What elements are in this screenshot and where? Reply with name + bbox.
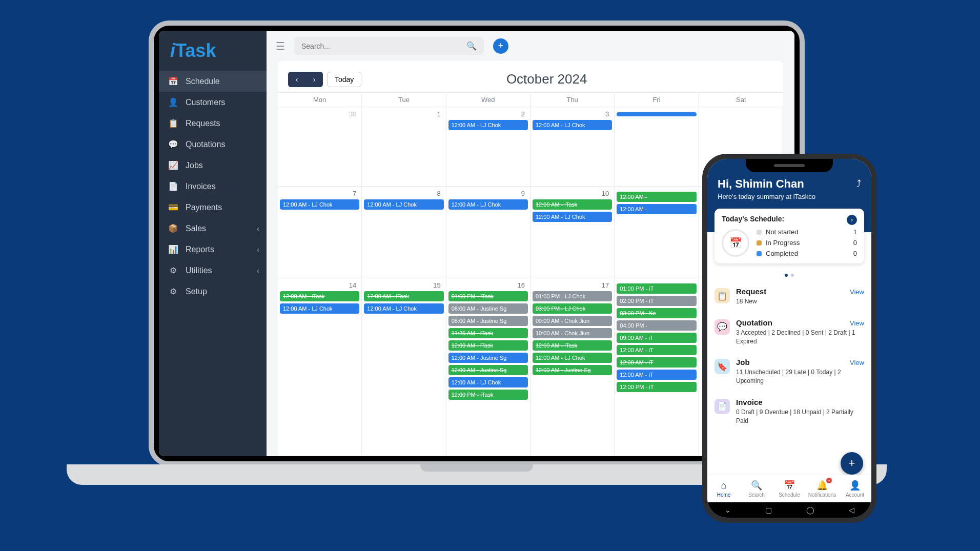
view-link[interactable]: View (850, 288, 864, 296)
nav-recent-icon[interactable]: ▢ (765, 506, 772, 514)
calendar-event[interactable]: 12:00 AM - LJ Chok (448, 199, 528, 210)
calendar-event[interactable]: 12:00 AM - LJ Chok (280, 199, 359, 210)
summary-item-quotation[interactable]: 💬Quotation3 Accepted | 2 Declined | 0 Se… (714, 312, 864, 352)
calendar-event[interactable]: 12:00 AM - iT (617, 370, 696, 380)
greeting-text: Hi, Shimin Chan (718, 177, 861, 191)
sidebar-item-invoices[interactable]: 📄Invoices (159, 176, 267, 197)
search-input[interactable] (301, 42, 466, 50)
calendar-cell[interactable]: 212:00 AM - LJ Chok (446, 107, 530, 187)
calendar-event[interactable]: 10:00 AM - Chok Jiun (533, 328, 612, 338)
legend-label: In Progress (766, 239, 800, 247)
tab-schedule[interactable]: 📅Schedule (773, 475, 806, 502)
calendar-cell[interactable]: 1412:00 AM - iTask12:00 AM - LJ Chok (278, 278, 362, 456)
calendar-event[interactable]: 09:00 AM - iT (617, 333, 696, 343)
calendar-cell[interactable]: 712:00 AM - LJ Chok (278, 187, 362, 278)
calendar-cell[interactable]: 1601:50 PM - iTask08:00 AM - Justine Sg0… (446, 278, 530, 456)
calendar-event[interactable]: 12:00 AM - iTask (280, 291, 359, 301)
hamburger-icon[interactable]: ☰ (276, 40, 285, 52)
calendar-event[interactable]: 01:50 PM - iTask (448, 291, 528, 301)
tab-account[interactable]: 👤Account (839, 475, 871, 502)
calendar-event[interactable]: 12:00 AM - Justine Sg (533, 365, 612, 375)
calendar-event[interactable]: 12:00 AM - iTask (364, 291, 443, 301)
calendar-cell[interactable]: 1512:00 AM - iTask12:00 AM - LJ Chok (362, 278, 446, 456)
calendar-event[interactable]: 12:00 AM - iTask (448, 340, 528, 351)
sidebar-item-reports[interactable]: 📊Reports‹ (159, 239, 267, 260)
tab-search[interactable]: 🔍Search (740, 475, 773, 502)
tab-home[interactable]: ⌂Home (707, 475, 740, 502)
view-link[interactable]: View (850, 319, 864, 327)
calendar-cell[interactable]: 01:00 PM - iT02:00 PM - iT03:00 PM - Ke0… (615, 278, 699, 456)
calendar-event[interactable]: 08:00 AM - Justine Sg (448, 316, 528, 326)
calendar-event[interactable]: 04:00 PM - (617, 320, 696, 331)
calendar-cell[interactable]: 812:00 AM - LJ Chok (362, 187, 446, 278)
view-link[interactable]: View (850, 359, 864, 366)
calendar-cell[interactable]: 1012:00 AM - iTask12:00 AM - LJ Chok (530, 187, 615, 278)
sidebar-item-schedule[interactable]: 📅Schedule (159, 71, 267, 92)
nav-icon: 📊 (168, 244, 178, 254)
summary-item-request[interactable]: 📋Request18 NewView (714, 281, 864, 312)
calendar-event[interactable]: 12:00 PM - iT (617, 382, 696, 392)
add-button[interactable]: + (493, 38, 508, 54)
calendar-event[interactable]: 12:00 AM - LJ Chok (448, 120, 528, 130)
schedule-open-icon[interactable]: › (847, 215, 857, 225)
calendar-cell[interactable]: 1701:00 PM - LJ Chok03:00 PM - LJ Chok09… (530, 278, 615, 456)
calendar-event[interactable]: 12:00 AM - LJ Chok (364, 303, 443, 314)
sidebar-item-jobs[interactable]: 📈Jobs (159, 155, 267, 176)
calendar-event[interactable]: 12:00 AM - (617, 204, 696, 214)
search-box[interactable]: 🔍 (294, 37, 484, 55)
nav-icon: 📈 (168, 160, 178, 170)
legend-count: 0 (853, 239, 857, 247)
nav-label: Schedule (186, 77, 220, 86)
calendar-event[interactable]: 12:00 AM - Justine Sg (448, 365, 528, 375)
calendar-cell[interactable]: 312:00 AM - LJ Chok (530, 107, 615, 187)
summary-item-invoice[interactable]: 📄Invoice0 Draft | 9 Overdue | 18 Unpaid … (714, 392, 864, 432)
summary-meta: 0 Draft | 9 Overdue | 18 Unpaid | 2 Part… (736, 408, 864, 425)
sidebar-item-customers[interactable]: 👤Customers (159, 92, 267, 113)
calendar-event[interactable]: 03:00 PM - LJ Chok (533, 303, 612, 314)
calendar-event[interactable]: 12:00 AM - LJ Chok (280, 303, 359, 314)
calendar-event[interactable]: 12:00 AM - LJ Chok (533, 212, 612, 222)
calendar-event[interactable]: 12:00 AM - iT (617, 345, 696, 355)
calendar-event[interactable]: 12:00 AM - iTask (533, 340, 612, 351)
calendar-event[interactable]: 12:00 AM - iTask (533, 199, 612, 210)
calendar-cell[interactable]: 1 (362, 107, 446, 187)
summary-item-job[interactable]: 🔖Job11 Unscheduled | 29 Late | 0 Today |… (714, 352, 864, 392)
calendar-event[interactable] (617, 112, 696, 116)
sidebar-item-quotations[interactable]: 💬Quotations (159, 134, 267, 155)
calendar-event[interactable]: 12:00 AM - Justine Sg (448, 353, 528, 363)
sidebar-item-requests[interactable]: 📋Requests (159, 113, 267, 134)
tab-label: Notifications (808, 492, 836, 498)
calendar-event[interactable]: 12:00 AM - LJ Chok (533, 353, 612, 363)
sidebar-item-sales[interactable]: 📦Sales‹ (159, 218, 267, 239)
calendar-event[interactable]: 12:00 AM - LJ Chok (364, 199, 443, 210)
sidebar-item-utilities[interactable]: ⚙Utilities‹ (159, 260, 267, 281)
calendar-event[interactable]: 08:00 AM - Justine Sg (448, 303, 528, 314)
calendar-cell[interactable]: 30 (278, 107, 362, 187)
calendar-event[interactable]: 11:25 AM - iTask (448, 328, 528, 338)
day-number: 16 (448, 280, 528, 289)
calendar-event[interactable]: 01:00 PM - LJ Chok (533, 291, 612, 301)
nav-label: Payments (186, 203, 222, 212)
fab-add-button[interactable]: + (841, 452, 863, 475)
nav-home-icon[interactable]: ◯ (806, 506, 814, 514)
nav-back-icon[interactable]: ◁ (849, 506, 854, 514)
prev-month-button[interactable]: ‹ (288, 72, 305, 87)
calendar-event[interactable]: 12:00 AM - (617, 192, 696, 202)
calendar-cell[interactable]: 912:00 AM - LJ Chok (446, 187, 530, 278)
calendar-event[interactable]: 02:00 PM - iT (617, 296, 696, 306)
calendar-event[interactable]: 12:00 AM - LJ Chok (533, 120, 612, 130)
calendar-event[interactable]: 12:00 AM - LJ Chok (448, 377, 528, 387)
calendar-event[interactable]: 01:00 PM - iT (617, 283, 696, 294)
calendar-event[interactable]: 12:00 AM - iT (617, 357, 696, 368)
calendar-cell[interactable] (615, 107, 699, 187)
calendar-cell[interactable]: 12:00 AM -12:00 AM - (615, 187, 699, 278)
nav-down-icon[interactable]: ⌄ (725, 506, 731, 514)
calendar-event[interactable]: 12:00 PM - iTask (448, 390, 528, 400)
sidebar-item-setup[interactable]: ⚙Setup (159, 281, 267, 302)
calendar-event[interactable]: 03:00 PM - Ke (617, 308, 696, 318)
sidebar-item-payments[interactable]: 💳Payments (159, 197, 267, 218)
share-icon[interactable]: ⤴ (856, 178, 861, 189)
tab-notifications[interactable]: 🔔•Notifications (806, 475, 839, 502)
next-month-button[interactable]: › (305, 72, 323, 87)
calendar-event[interactable]: 09:00 AM - Chok Jiun (533, 316, 612, 326)
